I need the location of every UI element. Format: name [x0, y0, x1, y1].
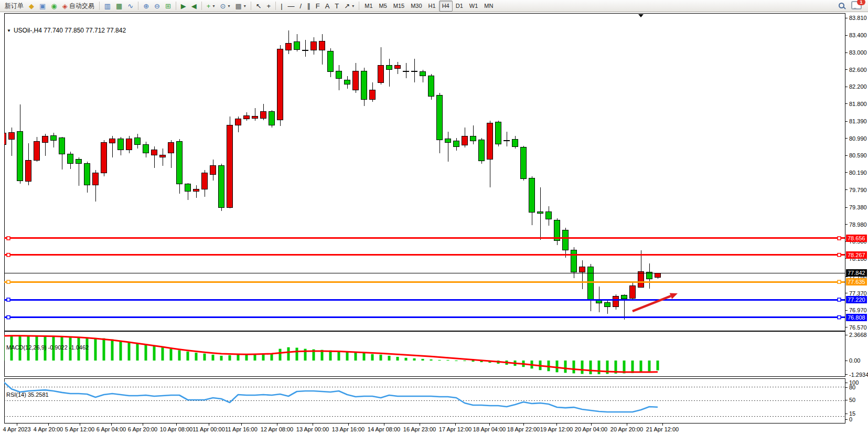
- macd-histogram-bar: [556, 361, 559, 372]
- timeframe-h1-button[interactable]: H1: [425, 1, 439, 12]
- macd-histogram-bar: [380, 355, 382, 361]
- bar-chart-type-button[interactable]: ▥: [102, 1, 113, 12]
- cursor-button[interactable]: ↖: [253, 1, 264, 12]
- dropdown-arrow-icon[interactable]: ▾: [228, 4, 230, 8]
- macd-histogram-bar: [564, 361, 567, 373]
- price-line-label: 78.267: [846, 251, 867, 259]
- time-axis-label: 20 Apr 04:00: [575, 426, 607, 432]
- macd-histogram-bar: [430, 359, 433, 361]
- macd-histogram-bar: [145, 345, 147, 361]
- timeframe-m1-button[interactable]: M1: [361, 1, 376, 12]
- candle-body: [269, 111, 275, 125]
- macd-histogram-bar: [287, 347, 290, 361]
- notifications-button[interactable]: 1: [851, 1, 862, 11]
- macd-histogram-bar: [94, 338, 97, 361]
- candle-body: [378, 65, 384, 82]
- auto-trading-button[interactable]: ◈自动交易: [60, 1, 97, 12]
- toolbar: 新订单◆▣◉◈自动交易▥▦∿⊕⊖⊞▶◀+▾⊙▾▩▾↖+|—/∥FAT↗▾M1M5…: [0, 0, 868, 12]
- candle-body: [512, 139, 518, 146]
- template-icon: ▩: [235, 3, 241, 9]
- text-button[interactable]: A: [323, 1, 333, 12]
- candle-body: [538, 211, 543, 213]
- time-axis-label: 13 Apr 16:00: [332, 426, 365, 432]
- line-handle[interactable]: [7, 237, 10, 240]
- candle-body: [613, 296, 619, 306]
- crosshair-button[interactable]: +: [264, 1, 274, 12]
- candle-body: [621, 295, 627, 299]
- price-line-label: 77.635: [846, 278, 867, 285]
- line-chart-type-button[interactable]: ∿: [125, 1, 136, 12]
- candle-body: [361, 71, 367, 100]
- candle-body: [185, 184, 191, 192]
- signals-button[interactable]: ◉: [48, 1, 59, 12]
- macd-histogram-bar: [245, 355, 248, 361]
- new-order-button[interactable]: 新订单: [2, 1, 26, 12]
- chart-canvas[interactable]: [0, 12, 868, 434]
- candle-body: [353, 71, 359, 90]
- timeframe-w1-button[interactable]: W1: [466, 1, 481, 12]
- main-panel[interactable]: [4, 13, 845, 331]
- timeframe-d1-button[interactable]: D1: [453, 1, 466, 12]
- periods-button[interactable]: ⊙▾: [217, 1, 232, 12]
- candle-body: [168, 142, 174, 153]
- text-label-button[interactable]: T: [332, 1, 341, 12]
- timeframe-h4-button[interactable]: H4: [439, 1, 453, 12]
- toolbar-right: 1: [838, 1, 866, 11]
- dropdown-arrow-icon[interactable]: ▾: [352, 4, 354, 8]
- arrows-button[interactable]: ↗▾: [341, 1, 357, 12]
- macd-histogram-bar: [355, 353, 357, 361]
- candle-body: [235, 119, 241, 125]
- line-handle[interactable]: [7, 298, 10, 301]
- rsi-axis-tick: 80: [849, 384, 855, 390]
- time-axis-label: 11 Apr 16:00: [225, 426, 258, 432]
- line-handle[interactable]: [838, 298, 841, 301]
- line-handle[interactable]: [838, 237, 841, 240]
- channel-button[interactable]: ∥: [304, 1, 313, 12]
- candle-body: [227, 125, 233, 208]
- toolbar-items: 新订单◆▣◉◈自动交易▥▦∿⊕⊖⊞▶◀+▾⊙▾▩▾↖+|—/∥FAT↗▾M1M5…: [2, 0, 496, 12]
- indicators-button[interactable]: +▾: [204, 1, 218, 12]
- fibonacci-button[interactable]: F: [313, 1, 323, 12]
- line-handle[interactable]: [7, 316, 10, 319]
- line-handle[interactable]: [7, 280, 10, 283]
- macd-histogram-bar: [405, 358, 408, 361]
- macd-histogram-bar: [581, 361, 584, 374]
- chevron-down-icon[interactable]: ▼: [7, 28, 11, 33]
- vertical-line-button[interactable]: |: [278, 1, 285, 12]
- macd-histogram-bar: [573, 361, 575, 373]
- macd-histogram-bar: [346, 352, 349, 361]
- toolbar-separator: [176, 2, 176, 10]
- trendline-button[interactable]: /: [297, 1, 305, 12]
- macd-histogram-bar: [103, 338, 105, 361]
- chart-shift-button[interactable]: ◀: [189, 1, 199, 12]
- macd-histogram-bar: [187, 352, 189, 361]
- horizontal-line-button[interactable]: —: [285, 1, 297, 12]
- line-handle[interactable]: [838, 253, 841, 257]
- price-axis-tick: 79.380: [849, 204, 867, 210]
- timeframe-mn-button[interactable]: MN: [481, 1, 496, 12]
- price-line-label: 76.808: [846, 314, 867, 321]
- auto-scroll-button[interactable]: ▶: [178, 1, 189, 12]
- template-button[interactable]: ▩▾: [232, 1, 248, 12]
- line-handle[interactable]: [7, 253, 10, 257]
- zoom-out-button[interactable]: ⊖: [152, 1, 163, 12]
- candle-body: [563, 230, 569, 250]
- community-button[interactable]: ▣: [37, 1, 48, 12]
- timeframe-m15-button[interactable]: M15: [390, 1, 408, 12]
- cursor-icon: ↖: [256, 3, 262, 9]
- search-icon[interactable]: [838, 2, 846, 10]
- line-handle[interactable]: [838, 316, 841, 319]
- candlestick-chart-type-button[interactable]: ▦: [113, 1, 125, 12]
- line-handle[interactable]: [838, 280, 841, 283]
- chart-cube-button[interactable]: ◆: [26, 1, 37, 12]
- timeframe-m5-button[interactable]: M5: [376, 1, 390, 12]
- dropdown-arrow-icon[interactable]: ▾: [244, 4, 246, 8]
- timeframe-m30-button[interactable]: M30: [408, 1, 425, 12]
- community-icon: ▣: [39, 3, 46, 9]
- candle-body: [93, 173, 99, 185]
- zoom-in-button[interactable]: ⊕: [141, 1, 152, 12]
- candle-body: [605, 303, 610, 306]
- tile-windows-button[interactable]: ⊞: [163, 1, 174, 12]
- dropdown-arrow-icon[interactable]: ▾: [212, 4, 215, 8]
- candle-body: [59, 138, 65, 154]
